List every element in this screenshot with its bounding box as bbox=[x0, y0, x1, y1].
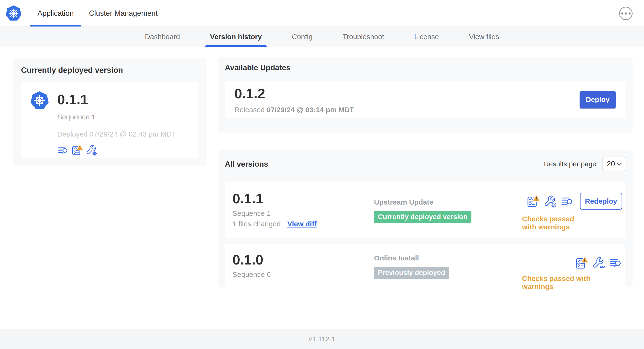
all-versions-title: All versions bbox=[225, 160, 268, 168]
current-version-number: 0.1.1 bbox=[57, 92, 176, 107]
version-row-0-1-0: 0.1.0 Sequence 0 Online Install Previous… bbox=[225, 244, 626, 298]
currently-deployed-title: Currently deployed version bbox=[21, 66, 198, 75]
console-version: v1.112.1 bbox=[309, 335, 336, 343]
tab-view-files-label: View files bbox=[469, 33, 499, 41]
chevron-down-icon bbox=[617, 160, 622, 166]
tab-config[interactable]: Config bbox=[287, 27, 318, 47]
preflight-warning-icon[interactable] bbox=[72, 144, 83, 156]
tab-troubleshoot-label: Troubleshoot bbox=[342, 33, 384, 41]
tab-license[interactable]: License bbox=[409, 27, 444, 47]
results-per-page-value: 20 bbox=[607, 160, 615, 168]
kubernetes-app-icon bbox=[30, 92, 49, 110]
row-actions: Redeploy bbox=[527, 193, 622, 210]
top-nav: Application Cluster Management bbox=[0, 0, 644, 27]
kubernetes-logo-icon bbox=[6, 6, 22, 21]
redeploy-button[interactable]: Redeploy bbox=[580, 193, 622, 210]
tab-license-label: License bbox=[414, 33, 439, 41]
files-changed-label: 1 files changed bbox=[232, 220, 281, 228]
row-version-number: 0.1.1 bbox=[232, 192, 374, 206]
version-history-page: Application Cluster Management Dashboard… bbox=[0, 0, 644, 349]
active-tab-underline bbox=[30, 25, 82, 26]
active-subtab-underline bbox=[205, 45, 266, 47]
previously-deployed-badge: Previously deployed bbox=[374, 267, 449, 279]
results-per-page: Results per page: 20 bbox=[544, 156, 626, 172]
row-actions bbox=[575, 256, 622, 269]
current-version-panel: 0.1.1 Sequence 1 Deployed 07/29/24 @ 02:… bbox=[21, 82, 198, 158]
tab-view-files[interactable]: View files bbox=[464, 27, 504, 47]
version-rows: 0.1.1 Sequence 1 1 files changed View di… bbox=[225, 182, 626, 298]
ellipsis-icon bbox=[621, 12, 623, 14]
current-version-actions bbox=[57, 144, 176, 156]
available-updates-title: Available Updates bbox=[225, 63, 626, 72]
row-source-label: Upstream Update bbox=[374, 198, 522, 206]
currently-deployed-badge: Currently deployed version bbox=[374, 211, 472, 223]
row-sequence: Sequence 1 bbox=[232, 209, 374, 218]
version-row-0-1-1: 0.1.1 Sequence 1 1 files changed View di… bbox=[225, 182, 626, 238]
logs-search-icon[interactable] bbox=[57, 144, 68, 156]
currently-deployed-card: Currently deployed version 0.1.1 Sequenc… bbox=[13, 58, 207, 166]
all-versions-card: All versions Results per page: 20 0.1.1 … bbox=[218, 150, 632, 288]
row-source-label: Online Install bbox=[374, 254, 522, 262]
preflight-status-text: Checks passed with warnings bbox=[522, 274, 621, 291]
tab-dashboard-label: Dashboard bbox=[145, 33, 180, 41]
tab-troubleshoot[interactable]: Troubleshoot bbox=[338, 27, 389, 47]
tab-dashboard[interactable]: Dashboard bbox=[140, 27, 185, 47]
tab-cluster-management[interactable]: Cluster Management bbox=[82, 0, 166, 26]
current-version-deployed-timestamp: Deployed 07/29/24 @ 02:43 pm MDT bbox=[57, 130, 176, 138]
released-prefix: Released bbox=[234, 106, 265, 114]
current-version-sequence: Sequence 1 bbox=[57, 113, 176, 121]
ellipsis-menu-button[interactable] bbox=[619, 7, 632, 20]
row-version-number: 0.1.0 bbox=[232, 252, 374, 267]
view-diff-link[interactable]: View diff bbox=[288, 220, 317, 228]
deploy-button[interactable]: Deploy bbox=[580, 91, 616, 108]
preflight-warning-icon[interactable] bbox=[575, 256, 588, 269]
app-sub-nav: Dashboard Version history Config Trouble… bbox=[0, 27, 644, 47]
config-edit-icon[interactable] bbox=[544, 195, 557, 208]
tab-cluster-management-label: Cluster Management bbox=[89, 9, 158, 18]
update-released-timestamp: Released 07/29/24 @ 03:14 pm MDT bbox=[234, 106, 354, 114]
tab-application-label: Application bbox=[38, 9, 74, 18]
logs-search-icon[interactable] bbox=[561, 195, 574, 208]
update-version-number: 0.1.2 bbox=[234, 86, 354, 102]
tab-application[interactable]: Application bbox=[30, 0, 82, 26]
row-sequence: Sequence 0 bbox=[232, 270, 374, 278]
results-per-page-label: Results per page: bbox=[544, 160, 598, 168]
config-edit-icon[interactable] bbox=[86, 144, 97, 156]
preflight-warning-icon[interactable] bbox=[527, 195, 540, 208]
top-nav-tabs: Application Cluster Management bbox=[30, 0, 165, 26]
tab-version-history[interactable]: Version history bbox=[205, 27, 266, 47]
preflight-status-text: Checks passed with warnings bbox=[522, 215, 576, 231]
footer: v1.112.1 bbox=[0, 329, 644, 349]
results-per-page-select[interactable]: 20 bbox=[602, 156, 626, 172]
tab-version-history-label: Version history bbox=[210, 33, 262, 41]
released-date: 07/29/24 @ 03:14 pm MDT bbox=[266, 106, 354, 114]
logs-search-icon[interactable] bbox=[609, 256, 622, 269]
config-view-icon[interactable] bbox=[592, 256, 605, 269]
tab-config-label: Config bbox=[292, 33, 313, 41]
available-updates-card: Available Updates 0.1.2 Released 07/29/2… bbox=[218, 57, 632, 133]
available-update-row: 0.1.2 Released 07/29/24 @ 03:14 pm MDT D… bbox=[225, 81, 626, 118]
